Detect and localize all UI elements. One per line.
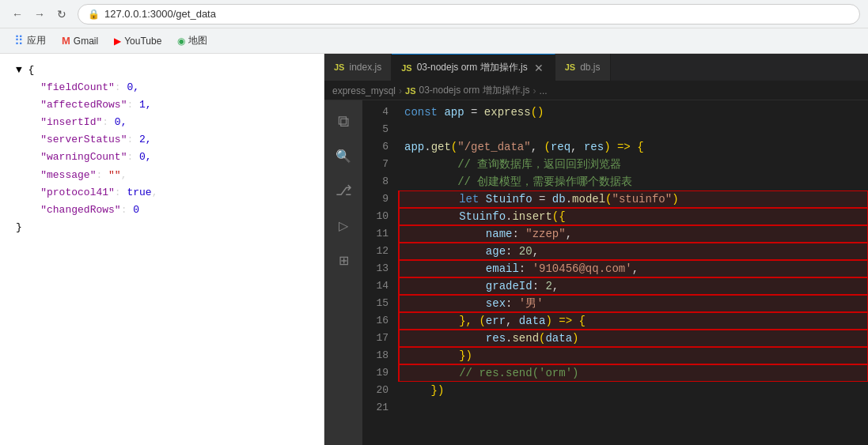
code-line-8: // 创建模型，需要操作哪个数据表	[398, 173, 868, 190]
code-line-14: gradeId: 2,	[398, 277, 868, 295]
gmail-label: Gmail	[74, 36, 98, 47]
bookmark-youtube[interactable]: ▶ YouTube	[108, 33, 168, 49]
breadcrumb-sep2: ›	[533, 85, 536, 96]
code-line-13: email: '910456@qq.com',	[398, 260, 868, 277]
code-line-17: res.send(data)	[398, 330, 868, 347]
gmail-icon: M	[62, 35, 70, 47]
breadcrumb-file: 03-nodejs orm 增加操作.js	[419, 84, 530, 97]
code-line-6: app.get("/get_data", (req, res) => {	[398, 138, 868, 156]
activity-bar: ⧉ 🔍 ⎇ ▷ ⊞	[324, 100, 362, 445]
code-line-4: const app = express()	[398, 104, 868, 121]
bookmark-maps[interactable]: ◉ 地图	[171, 32, 214, 50]
code-line-10: Stuinfo.insert({	[398, 208, 868, 225]
code-line-11: name: "zzep",	[398, 225, 868, 243]
line-numbers: 4 5 6 7 8 9 10 11 12 13 14 15 16 17	[362, 100, 398, 445]
js-icon-db: JS	[565, 62, 575, 72]
extensions-icon[interactable]: ⊞	[329, 246, 358, 274]
lock-icon: 🔒	[88, 9, 100, 20]
vscode-editor: JS index.js JS 03-nodejs orm 增加操作.js ✕ J…	[324, 54, 868, 445]
youtube-icon: ▶	[114, 36, 121, 47]
apps-label: 应用	[27, 34, 46, 47]
bookmarks-bar: ⠿ 应用 M Gmail ▶ YouTube ◉ 地图	[0, 28, 868, 54]
nav-buttons: ← → ↻	[8, 5, 71, 24]
back-button[interactable]: ←	[8, 5, 27, 24]
code-line-15: sex: '男'	[398, 295, 868, 312]
maps-icon: ◉	[177, 36, 185, 47]
debug-icon[interactable]: ▷	[329, 211, 358, 239]
browser-toolbar: ← → ↻ 🔒 127.0.0.1:3000/get_data	[0, 0, 868, 28]
tab-db[interactable]: JS db.js	[555, 54, 611, 81]
code-line-12: age: 20,	[398, 243, 868, 260]
forward-button[interactable]: →	[30, 5, 49, 24]
code-line-20: })	[398, 382, 868, 399]
tab-main[interactable]: JS 03-nodejs orm 增加操作.js ✕	[392, 54, 555, 81]
bookmark-gmail[interactable]: M Gmail	[55, 32, 104, 49]
breadcrumb: express_mysql › JS 03-nodejs orm 增加操作.js…	[324, 81, 868, 100]
editor-area: ⧉ 🔍 ⎇ ▷ ⊞ 4 5 6 7 8 9 10 11	[324, 100, 868, 445]
js-icon-main: JS	[401, 63, 411, 73]
tab-index-label: index.js	[349, 62, 381, 73]
apps-icon: ⠿	[14, 33, 24, 48]
js-icon-index: JS	[334, 62, 344, 72]
code-line-18: })	[398, 347, 868, 364]
bookmark-apps[interactable]: ⠿ 应用	[8, 31, 52, 51]
code-editor[interactable]: 4 5 6 7 8 9 10 11 12 13 14 15 16 17	[362, 100, 868, 445]
code-line-21	[398, 399, 868, 417]
code-line-9: let Stuinfo = db.model("stuinfo")	[398, 190, 868, 208]
code-lines: const app = express() app.get("/get_data…	[398, 100, 868, 445]
code-line-19: // res.send('orm')	[398, 364, 868, 382]
breadcrumb-folder: express_mysql	[332, 85, 396, 96]
tab-bar: JS index.js JS 03-nodejs orm 增加操作.js ✕ J…	[324, 54, 868, 81]
breadcrumb-type: JS	[405, 86, 415, 96]
maps-label: 地图	[188, 34, 207, 47]
youtube-label: YouTube	[124, 36, 161, 47]
code-line-7: // 查询数据库，返回回到浏览器	[398, 156, 868, 173]
browser-panel: ▼ { "fieldCount": 0, "affectedRows": 1, …	[0, 54, 324, 445]
address-text: 127.0.0.1:3000/get_data	[104, 8, 216, 20]
breadcrumb-sep1: ›	[399, 85, 402, 96]
main-content: ▼ { "fieldCount": 0, "affectedRows": 1, …	[0, 54, 868, 445]
reload-button[interactable]: ↻	[52, 5, 71, 24]
tab-index[interactable]: JS index.js	[324, 54, 392, 81]
code-content: 4 5 6 7 8 9 10 11 12 13 14 15 16 17	[362, 100, 868, 445]
explorer-icon[interactable]: ⧉	[329, 107, 358, 135]
breadcrumb-ellipsis: ...	[540, 85, 548, 96]
search-icon[interactable]: 🔍	[329, 141, 358, 170]
address-bar[interactable]: 🔒 127.0.0.1:3000/get_data	[78, 4, 860, 25]
tab-main-label: 03-nodejs orm 增加操作.js	[417, 61, 528, 74]
tab-db-label: db.js	[580, 62, 600, 73]
code-line-5	[398, 121, 868, 138]
code-line-16: }, (err, data) => {	[398, 312, 868, 330]
tab-main-close[interactable]: ✕	[533, 62, 545, 74]
git-icon[interactable]: ⎇	[329, 176, 358, 205]
